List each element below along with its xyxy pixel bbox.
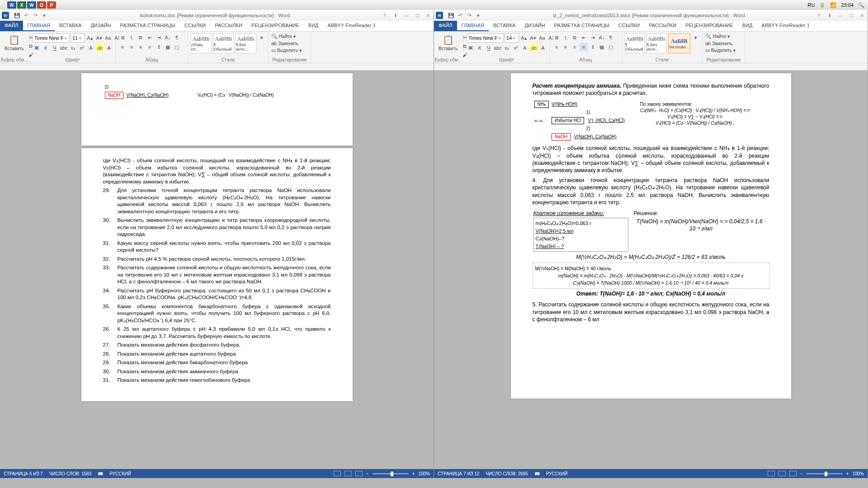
word-count[interactable]: ЧИСЛО СЛОВ: 1583 <box>49 471 92 476</box>
line-spacing-icon[interactable]: ⇕ <box>155 43 163 51</box>
page-status[interactable]: СТРАНИЦА 6 ИЗ 7 <box>4 471 43 476</box>
save-icon[interactable]: 💾 <box>14 12 21 19</box>
redo-icon[interactable]: ↷ <box>32 12 39 19</box>
spotlight-icon[interactable]: 🔍 <box>858 2 864 8</box>
highlight-icon[interactable]: ab <box>96 44 104 52</box>
ribbon-collapse-icon[interactable]: ⬆ <box>390 11 401 20</box>
zoom-slider[interactable] <box>373 473 409 474</box>
subscript-icon[interactable]: x₂ <box>69 44 77 52</box>
align-right-icon[interactable]: ≡ <box>571 43 579 51</box>
change-case-icon[interactable]: Aa <box>104 34 112 42</box>
superscript-icon[interactable]: x² <box>78 44 86 52</box>
font-color-icon[interactable]: A <box>105 44 113 52</box>
change-case-icon[interactable]: Aa <box>538 34 546 42</box>
view-read-icon[interactable] <box>334 471 341 476</box>
bold-icon[interactable]: Ж <box>33 44 41 52</box>
strike-icon[interactable]: abc <box>60 44 68 52</box>
redo-icon[interactable]: ↷ <box>466 12 473 19</box>
highlight-icon[interactable]: ab <box>530 44 538 52</box>
indent-icon[interactable]: ⇥ <box>155 33 163 42</box>
qat-dd-icon[interactable]: ▾ <box>41 12 48 19</box>
italic-icon[interactable]: К <box>42 44 50 52</box>
tab-layout[interactable]: РАЗМЕТКА СТРАНИЦЫ <box>550 21 614 31</box>
bullets-icon[interactable]: ≣ <box>552 33 561 42</box>
shrink-font-icon[interactable]: A▾ <box>529 34 537 42</box>
dock-word-icon[interactable]: W <box>7 1 16 9</box>
showmarks-icon[interactable]: ¶ <box>607 33 615 42</box>
underline-icon[interactable]: Ч <box>485 44 493 52</box>
document-area[interactable]: 2) NaOH V(NaOH), Cэ(NaOH) V₂(HCl) = (Cэ … <box>0 63 434 469</box>
font-color-icon[interactable]: A <box>539 44 547 52</box>
borders-icon[interactable]: ▢ <box>173 43 181 51</box>
justify-icon[interactable]: ≡ <box>580 43 588 51</box>
styles-more-icon[interactable]: ▾ <box>692 33 699 42</box>
align-center-icon[interactable]: ≡ <box>127 43 136 51</box>
dock-word2-icon[interactable]: W <box>27 1 36 9</box>
view-print-icon[interactable] <box>344 471 352 476</box>
tab-home[interactable]: ГЛАВНАЯ <box>457 21 489 31</box>
tab-review[interactable]: РЕЦЕНЗИРОВАНИЕ <box>247 21 304 31</box>
maximize-icon[interactable]: ☐ <box>846 11 857 20</box>
proof-icon[interactable]: 📖 <box>98 471 103 476</box>
dedent-icon[interactable]: ⇤ <box>146 33 154 42</box>
tab-references[interactable]: ССЫЛКИ <box>614 21 644 31</box>
tab-review[interactable]: РЕЦЕНЗИРОВАНИЕ <box>681 21 738 31</box>
dock-excel-icon[interactable]: X <box>17 1 26 9</box>
tab-abbyy[interactable]: ABBYY FineReader 1 <box>757 21 814 31</box>
maximize-icon[interactable]: ☐ <box>412 11 423 20</box>
showmarks-icon[interactable]: ¶ <box>173 33 181 42</box>
qat-dd-icon[interactable]: ▾ <box>475 12 482 19</box>
style-2[interactable]: АаБбВі¶ Без инте… <box>646 33 666 53</box>
select-button[interactable]: ▭Выделить▾ <box>705 47 736 53</box>
italic-icon[interactable]: К <box>476 44 484 52</box>
zoom-value[interactable]: 100% <box>418 471 430 476</box>
style-2[interactable]: АаБбВі¶ Обычный <box>213 33 234 53</box>
minimize-icon[interactable]: — <box>401 11 412 20</box>
indent-icon[interactable]: ⇥ <box>589 33 597 42</box>
style-1[interactable]: АаБбВіАбзац сп… <box>191 33 212 53</box>
size-combo[interactable]: 14▾ <box>505 33 519 42</box>
tab-references[interactable]: ССЫЛКИ <box>180 21 210 31</box>
dock-ppt-icon[interactable]: P <box>47 1 56 9</box>
keyboard-lang[interactable]: RU <box>808 2 815 8</box>
view-web-icon[interactable] <box>789 471 797 476</box>
tab-view[interactable]: ВИД <box>304 21 323 31</box>
paste-button[interactable]: 📋Вставить <box>3 33 25 52</box>
bold-icon[interactable]: Ж <box>467 44 475 52</box>
font-combo[interactable]: Times New F▾ <box>467 33 504 42</box>
subscript-icon[interactable]: x₂ <box>503 44 511 52</box>
replace-button[interactable]: abЗаменить <box>271 41 298 46</box>
numbering-icon[interactable]: ⒈ <box>561 33 570 42</box>
dedent-icon[interactable]: ⇤ <box>580 33 588 42</box>
tab-file[interactable]: ФАЙЛ <box>434 21 457 31</box>
tab-layout[interactable]: РАЗМЕТКА СТРАНИЦЫ <box>116 21 180 31</box>
size-combo[interactable]: 11▾ <box>71 33 85 42</box>
word-count[interactable]: ЧИСЛО СЛОВ: 2695 <box>486 471 528 476</box>
align-center-icon[interactable]: ≡ <box>561 43 570 51</box>
multilevel-icon[interactable]: ⧉ <box>571 33 579 42</box>
proof-icon[interactable]: 📖 <box>534 471 540 476</box>
grow-font-icon[interactable]: A▴ <box>520 34 528 42</box>
style-1[interactable]: АаБбВі¶ Обычный <box>625 33 645 53</box>
underline-icon[interactable]: Ч <box>51 44 59 52</box>
align-right-icon[interactable]: ≡ <box>137 43 145 51</box>
tab-design[interactable]: ДИЗАЙН <box>520 21 549 31</box>
tab-mailings[interactable]: РАССЫЛКИ <box>210 21 247 31</box>
save-icon[interactable]: 💾 <box>448 12 455 19</box>
borders-icon[interactable]: ▢ <box>607 43 615 51</box>
tab-insert[interactable]: ВСТАВКА <box>489 21 520 31</box>
tab-view[interactable]: ВИД <box>738 21 757 31</box>
text-effects-icon[interactable]: A <box>87 44 95 52</box>
bullets-icon[interactable]: ≣ <box>118 33 127 42</box>
strike-icon[interactable]: abc <box>494 44 502 52</box>
tab-file[interactable]: ФАЙЛ <box>0 21 23 31</box>
find-button[interactable]: 🔍Найти▾ <box>705 33 730 39</box>
font-combo[interactable]: Times New F▾ <box>33 33 70 42</box>
tab-abbyy[interactable]: ABBYY FineReader 1 <box>323 21 380 31</box>
lang-status[interactable]: РУССКИЙ <box>546 471 567 476</box>
minimize-icon[interactable]: — <box>835 11 846 20</box>
multilevel-icon[interactable]: ⧉ <box>137 33 145 42</box>
close-icon[interactable]: ✕ <box>423 11 434 20</box>
sort-icon[interactable]: A↓ <box>164 33 172 42</box>
align-left-icon[interactable]: ≡ <box>118 43 127 51</box>
